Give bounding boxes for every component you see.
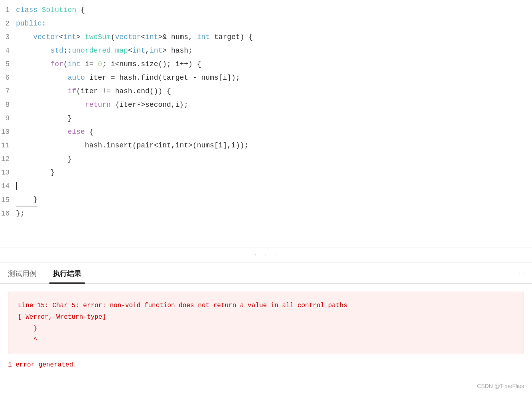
text-cursor (16, 182, 17, 190)
error-line-1: Line 15: Char 5: error: non-void functio… (18, 300, 514, 312)
code-token: auto (68, 74, 85, 82)
code-line-7: 7 if(iter != hash.end()) { (0, 84, 532, 98)
code-token: 0 (98, 60, 102, 68)
code-token: class (16, 6, 42, 14)
line-content: } (16, 166, 55, 179)
code-token: vector (33, 33, 59, 41)
code-line-13: 13 } (0, 166, 532, 179)
line-number: 15 (0, 193, 16, 207)
code-token (16, 74, 68, 82)
code-token: ; i<nums.size(); i++) { (102, 60, 201, 68)
code-line-11: 11 hash.insert(pair<int,int>(nums[i],i))… (0, 139, 532, 152)
code-token: i= (81, 60, 98, 68)
line-content: else { (16, 125, 93, 139)
code-token: twoSum (85, 33, 111, 41)
code-line-9: 9 } (0, 112, 532, 125)
line-number: 13 (0, 166, 16, 179)
tabs-bar: 测试用例 执行结果 □ (0, 263, 532, 284)
line-number: 7 (0, 84, 16, 98)
code-token: < (141, 33, 145, 41)
line-content (16, 179, 17, 193)
error-line-2: [-Werror,-Wreturn-type] (18, 312, 514, 323)
code-token: ( (111, 33, 115, 41)
code-token: int (132, 47, 145, 55)
code-line-2: 2public: (0, 17, 532, 30)
code-token: hash.insert(pair<int,int>(nums[i],i)); (85, 141, 248, 149)
divider-handle: · · · (254, 252, 278, 258)
line-number: 4 (0, 44, 16, 57)
code-token: < (128, 47, 132, 55)
code-token: else (68, 128, 85, 136)
code-token: ( (63, 60, 68, 68)
line-number: 3 (0, 30, 16, 44)
code-token: int (197, 33, 210, 41)
code-token: std (50, 47, 63, 55)
code-token: unordered_map (72, 47, 128, 55)
line-content: } (16, 112, 72, 125)
line-number: 2 (0, 17, 16, 30)
result-content-area: Line 15: Char 5: error: non-void functio… (0, 284, 532, 394)
code-token: : (42, 20, 46, 27)
panel-divider[interactable]: · · · (0, 247, 532, 263)
expand-icon[interactable]: □ (520, 269, 524, 277)
code-token: Solution (42, 6, 76, 14)
code-token: target) { (210, 33, 253, 41)
code-token: { (85, 128, 94, 136)
error-footer: 1 error generated. (8, 361, 524, 369)
code-line-1: 1class Solution { (0, 3, 532, 17)
code-line-8: 8 return {iter->second,i}; (0, 98, 532, 112)
code-token: < (59, 33, 63, 41)
code-line-15: 15 } (0, 193, 532, 207)
code-token: } (16, 155, 72, 163)
code-token: public (16, 20, 42, 27)
code-token: int (145, 33, 158, 41)
code-token: > (76, 33, 85, 41)
code-token: }; (16, 210, 25, 218)
code-token: int (63, 33, 76, 41)
code-line-4: 4 std::unordered_map<int,int> hash; (0, 44, 532, 57)
code-token: vector (115, 33, 141, 41)
code-token (16, 141, 85, 149)
line-number: 8 (0, 98, 16, 112)
line-content: std::unordered_map<int,int> hash; (16, 44, 193, 57)
code-token: { (76, 6, 85, 14)
line-number: 10 (0, 125, 16, 139)
line-content: for(int i= 0; i<nums.size(); i++) { (16, 57, 201, 71)
code-line-10: 10 else { (0, 125, 532, 139)
code-line-6: 6 auto iter = hash.find(target - nums[i]… (0, 71, 532, 84)
code-token: >& nums, (158, 33, 197, 41)
code-token: iter = hash.find(target - nums[i]); (85, 74, 240, 82)
code-token: for (50, 60, 63, 68)
code-token: {iter->second,i}; (111, 101, 188, 109)
code-line-14: 14 (0, 179, 532, 193)
error-line-3: } (18, 323, 514, 335)
tab-test-cases[interactable]: 测试用例 (0, 264, 45, 283)
code-token: :: (63, 47, 72, 55)
line-content: }; (16, 207, 25, 220)
code-token (16, 47, 50, 55)
line-number: 12 (0, 152, 16, 166)
line-number: 14 (0, 179, 16, 193)
code-token (16, 87, 68, 95)
code-token: } (16, 169, 55, 176)
code-editor[interactable]: 1class Solution {2public:3 vector<int> t… (0, 0, 532, 247)
line-number: 6 (0, 71, 16, 84)
code-token (16, 101, 85, 109)
code-token (16, 33, 33, 41)
line-number: 9 (0, 112, 16, 125)
line-number: 16 (0, 207, 16, 220)
error-box: Line 15: Char 5: error: non-void functio… (8, 292, 524, 354)
code-token (16, 60, 50, 68)
code-token: (iter != hash.end()) { (76, 87, 171, 95)
code-token: int (150, 47, 162, 55)
code-token: int (68, 60, 81, 68)
code-token: , (145, 47, 150, 55)
error-line-4: ^ (18, 334, 514, 346)
code-token: } (16, 114, 72, 122)
tab-execution-result[interactable]: 执行结果 (45, 264, 89, 283)
code-token: if (68, 87, 77, 95)
line-number: 1 (0, 3, 16, 17)
watermark: CSDN @TimeFlies (477, 383, 524, 389)
code-line-16: 16}; (0, 207, 532, 220)
code-line-12: 12 } (0, 152, 532, 166)
